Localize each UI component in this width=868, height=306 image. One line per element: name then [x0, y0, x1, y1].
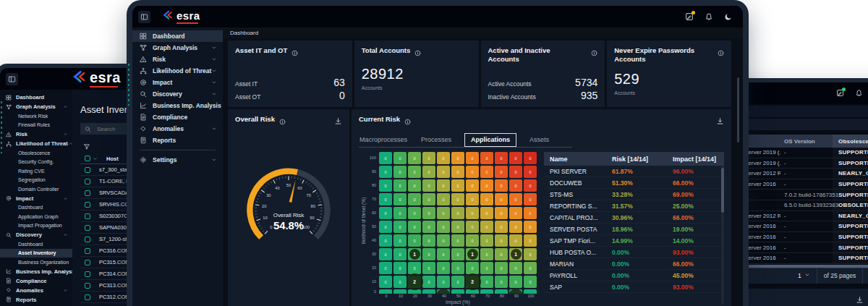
chevron-down-icon[interactable]: [93, 156, 98, 161]
info-icon[interactable]: [591, 46, 597, 59]
info-icon[interactable]: [292, 46, 298, 59]
row-checkbox[interactable]: [85, 167, 90, 173]
sidebar-item-impact[interactable]: Impact: [0, 194, 72, 203]
row-checkbox[interactable]: [85, 213, 90, 219]
sidebar-item-reports[interactable]: Reports: [132, 135, 223, 146]
sidebar-item-graph-analysis[interactable]: Graph Analysis: [132, 42, 223, 54]
sidebar-item-risk[interactable]: Risk: [132, 54, 223, 65]
sidebar-item-dashboard[interactable]: Dashboard: [0, 93, 72, 102]
chevron-down-icon: [211, 45, 217, 51]
heatmap-cell: 0: [451, 193, 464, 205]
table-row: MARIAN0.00%66.00%: [544, 258, 724, 270]
sidebar-item-risk[interactable]: Risk: [0, 129, 72, 139]
sidebar-subitem-firewall-rules[interactable]: Firewall Rules: [0, 121, 72, 130]
column-header-obsolescence[interactable]: Obsolescence: [833, 135, 868, 148]
sidebar-item-anomalies[interactable]: Anomalies: [132, 123, 223, 135]
sidebar-toggle-icon[interactable]: [6, 73, 18, 85]
sidebar-item-dashboard[interactable]: Dashboard: [132, 30, 223, 42]
row-checkbox[interactable]: [85, 179, 90, 184]
column-header-os-version[interactable]: OS Version: [780, 138, 833, 145]
horizontal-scrollbar[interactable]: [731, 265, 868, 268]
sidebar-item-discovery[interactable]: Discovery: [132, 88, 223, 100]
notifications-bell-icon[interactable]: [855, 89, 863, 97]
svg-text:Overall Risk: Overall Risk: [273, 212, 304, 218]
heatmap-cell: 0: [524, 234, 537, 247]
sidebar-item-business-imp-analysis[interactable]: Business Imp. Analysis: [0, 267, 72, 276]
sidebar-item-business-imp-analysis[interactable]: Business Imp. Analysis: [132, 100, 223, 111]
tab-applications[interactable]: Applications: [464, 133, 516, 147]
sidebar-subitem-application-graph[interactable]: Application Graph: [0, 212, 72, 221]
sidebar-item-graph-analysis[interactable]: Graph Analysis: [0, 102, 72, 111]
filter-icon[interactable]: [83, 140, 90, 150]
sidebar-item-likelihood-of-threat[interactable]: Likelihood of Threat: [132, 65, 223, 77]
heatmap-cell: 0: [495, 248, 508, 260]
dark-mode-moon-icon[interactable]: [724, 12, 733, 21]
scrollbar-thumb[interactable]: [731, 265, 868, 268]
sidebar-item-impact[interactable]: Impact: [132, 77, 223, 88]
dashboard-icon: [6, 95, 12, 101]
column-header[interactable]: Name: [544, 156, 606, 163]
heatmap-cell: 0: [422, 166, 435, 178]
page-select[interactable]: 1: [798, 272, 810, 279]
sidebar-subitem-business-organization[interactable]: Business Organization: [0, 258, 72, 267]
svg-text:90: 90: [310, 216, 314, 220]
sidebar-item-discovery[interactable]: Discovery: [0, 230, 72, 239]
sidebar-subitem-dashboard[interactable]: Dashboard: [0, 203, 72, 213]
row-checkbox[interactable]: [85, 225, 90, 231]
column-header[interactable]: Risk [14/14]: [606, 156, 667, 163]
row-checkbox[interactable]: [85, 271, 90, 277]
asset-row: Asset IT63: [235, 77, 345, 88]
heatmap-cell: 0: [466, 207, 479, 219]
content-scrollbar-thumb[interactable]: [737, 77, 739, 143]
row-checkbox[interactable]: [85, 260, 90, 265]
download-icon[interactable]: [856, 294, 864, 306]
sidebar-item-settings[interactable]: Settings: [132, 154, 223, 166]
svg-text:60: 60: [297, 186, 302, 190]
info-icon[interactable]: [718, 46, 724, 59]
vertical-scrollbar[interactable]: [721, 166, 724, 305]
edit-theme-icon[interactable]: [836, 89, 844, 97]
row-checkbox[interactable]: [85, 202, 90, 208]
tab-processes[interactable]: Processes: [420, 133, 452, 147]
sidebar-subitem-asset-inventory[interactable]: Asset Inventory: [0, 249, 72, 258]
info-icon[interactable]: [414, 46, 421, 59]
heatmap-cell: 0: [437, 179, 450, 192]
sidebar-toggle-icon[interactable]: [138, 11, 150, 23]
accounts-row: Inactive Accounts935: [488, 90, 598, 101]
row-checkbox[interactable]: [85, 294, 90, 300]
sidebar-item-likelihood-of-threat[interactable]: Likelihood of Threat: [0, 139, 72, 148]
scrollbar-thumb[interactable]: [721, 168, 724, 213]
row-checkbox[interactable]: [85, 190, 90, 196]
heatmap-cell: 0: [379, 276, 392, 288]
sidebar-subitem-domain-controller[interactable]: Domain Controller: [0, 184, 72, 194]
sidebar-subitem-dashboard[interactable]: Dashboard: [0, 239, 72, 249]
sidebar-subitem-security-config-[interactable]: Security Config.: [0, 158, 72, 167]
sidebar-subitem-rating-cve[interactable]: Rating CVE: [0, 166, 72, 176]
row-checkbox[interactable]: [85, 248, 90, 254]
sidebar-item-anomalies[interactable]: Anomalies: [0, 286, 72, 295]
select-all-checkbox[interactable]: [85, 156, 90, 161]
sidebar-subitem-obsolescence[interactable]: Obsolescence: [0, 148, 72, 158]
sidebar-item-compliance[interactable]: Compliance: [0, 276, 72, 286]
sidebar-subitem-segregation[interactable]: Segregation: [0, 176, 72, 185]
row-checkbox[interactable]: [85, 237, 90, 242]
reports-icon: [6, 297, 12, 302]
column-header[interactable]: Impact [14/14]: [667, 156, 724, 163]
brand-tagline-bar: [176, 22, 198, 24]
info-icon[interactable]: [404, 115, 411, 128]
search-icon: [85, 122, 91, 135]
row-checkbox[interactable]: [85, 283, 90, 289]
download-icon[interactable]: [716, 115, 724, 128]
svg-text:80: 80: [311, 204, 315, 208]
notifications-bell-icon[interactable]: [705, 12, 713, 21]
sidebar-item-reports[interactable]: Reports: [0, 295, 72, 305]
theme-switcher-icon[interactable]: [685, 12, 694, 21]
tab-macroprocesses[interactable]: Macroprocesses: [359, 133, 408, 147]
tab-assets[interactable]: Assets: [529, 133, 550, 147]
download-icon[interactable]: [334, 115, 342, 128]
sidebar-subitem-network-risk[interactable]: Network Risk: [0, 111, 72, 121]
heatmap-cell: 0: [480, 207, 493, 219]
sidebar-subitem-impact-propagation[interactable]: Impact Propagation: [0, 221, 72, 231]
info-icon[interactable]: [279, 115, 286, 128]
sidebar-item-compliance[interactable]: Compliance: [132, 111, 223, 123]
